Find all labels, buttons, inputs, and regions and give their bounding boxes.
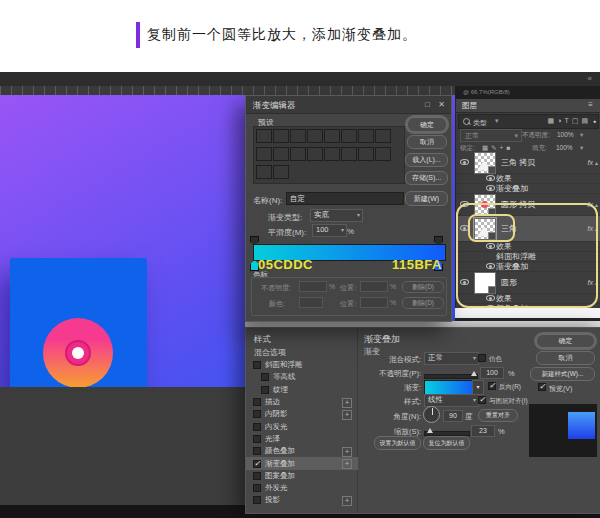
lock-toggle-icon[interactable]: + [500, 144, 504, 152]
gradient-name-input[interactable]: 自定 [286, 192, 404, 205]
fill-value[interactable]: 100% [556, 144, 573, 151]
style-item[interactable]: ✓ 外发光 + [246, 482, 358, 494]
style-checkbox[interactable]: ✓ [253, 496, 261, 504]
layer-fx-badge[interactable]: fx▴ [588, 272, 598, 293]
gradient-preset-swatch[interactable] [273, 165, 289, 179]
gradient-preset-swatch[interactable] [273, 129, 289, 143]
visibility-eye-icon[interactable] [486, 263, 496, 270]
gradient-preset-swatch[interactable] [375, 129, 391, 143]
dither-checkbox[interactable]: ✓ [478, 354, 486, 362]
stop-color-swatch[interactable] [299, 297, 323, 308]
style-checkbox[interactable]: ✓ [253, 398, 261, 406]
gradient-preset-swatch[interactable] [324, 147, 340, 161]
layer-row[interactable]: 圆形 fx▴ [456, 272, 600, 294]
visibility-eye-icon[interactable] [486, 175, 496, 182]
gradient-preset-swatch[interactable] [307, 129, 323, 143]
chevron-up-icon[interactable]: ▴ [595, 159, 598, 166]
layer-thumbnail[interactable] [474, 194, 496, 216]
visibility-eye-icon[interactable] [460, 225, 470, 232]
delete-stop-button[interactable]: 删除(D) [402, 281, 444, 293]
chevron-up-icon[interactable]: ▴ [595, 201, 598, 208]
load-button[interactable]: 载入(L)... [405, 153, 448, 167]
align-checkbox[interactable]: ✓ [478, 396, 486, 404]
layer-fx-badge[interactable]: fx▴ [588, 216, 598, 241]
scale-value[interactable]: 23 [471, 425, 495, 437]
delete-stop-button[interactable]: 删除(D) [402, 297, 444, 309]
layer-row[interactable]: 渐变叠加 fx▴ [456, 184, 600, 194]
opacity-value[interactable]: 100% [557, 131, 574, 138]
filter-kind-icon[interactable]: ▢ [572, 117, 579, 125]
reset-align-button[interactable]: 重置对齐 [478, 409, 518, 422]
close-icon[interactable]: ✕ [435, 99, 448, 110]
ok-button[interactable]: 确定 [536, 334, 595, 348]
style-checkbox[interactable]: ✓ [253, 472, 261, 480]
maximize-icon[interactable]: □ [421, 99, 434, 110]
style-checkbox[interactable]: ✓ [253, 447, 261, 455]
blend-mode-select[interactable]: 正常▾ [460, 129, 522, 142]
gradient-preset-swatch[interactable] [341, 129, 357, 143]
reset-default-button[interactable]: 复位为默认值 [423, 436, 470, 450]
add-effect-icon[interactable]: + [342, 447, 352, 457]
stop-position-input[interactable] [360, 297, 388, 308]
filter-kind-icon[interactable]: T [564, 117, 568, 125]
new-style-button[interactable]: 新建样式(W)... [530, 367, 595, 381]
gradient-picker-caret[interactable]: ▾ [472, 380, 484, 395]
visibility-eye-icon[interactable] [486, 243, 496, 250]
layer-fx-badge[interactable]: fx▴ [588, 152, 598, 173]
dock-collapse-icon[interactable]: « [588, 74, 592, 83]
gradient-preset-swatch[interactable] [358, 147, 374, 161]
gradient-preset-swatch[interactable] [375, 147, 391, 161]
chevron-up-icon[interactable]: ▴ [595, 225, 598, 232]
chevron-down-icon[interactable]: ▾ [495, 117, 499, 125]
set-default-button[interactable]: 设置为默认值 [374, 436, 421, 450]
filter-kind-icon[interactable]: ▦ [548, 117, 555, 125]
slider-thumb[interactable] [471, 371, 477, 376]
layer-row[interactable]: 三角 fx▴ [456, 216, 600, 242]
tab-layers[interactable]: 图层 [462, 101, 477, 111]
style-item[interactable]: ✓ 等高线 + [246, 371, 358, 383]
style-checkbox[interactable]: ✓ [253, 435, 261, 443]
gradient-type-select[interactable]: 实底▾ [310, 209, 363, 222]
layer-row[interactable]: 三角 拷贝 fx▴ [456, 152, 600, 174]
layer-row[interactable]: 效果 fx▴ [456, 174, 600, 184]
angle-dial[interactable] [423, 406, 440, 423]
chevron-down-icon[interactable]: ▾ [580, 144, 583, 152]
add-effect-icon[interactable]: + [342, 496, 352, 506]
visibility-eye-icon[interactable] [486, 185, 496, 192]
visibility-eye-icon[interactable] [460, 279, 470, 286]
chevron-down-icon[interactable]: ▾ [580, 131, 583, 139]
style-item[interactable]: ✓ 渐变叠加 + [246, 457, 358, 469]
filter-type-label[interactable]: 类型 [473, 118, 487, 128]
layer-row[interactable]: 效果 fx▴ [456, 294, 600, 304]
gradient-preset-swatch[interactable] [307, 147, 323, 161]
chevron-up-icon[interactable]: ▴ [595, 279, 598, 286]
panel-menu-icon[interactable]: ≡ [588, 100, 593, 109]
style-checkbox[interactable]: ✓ [253, 361, 261, 369]
style-item[interactable]: ✓ 纹理 + [246, 384, 358, 396]
visibility-eye-icon[interactable] [460, 159, 470, 166]
gradient-preset-swatch[interactable] [290, 147, 306, 161]
style-item[interactable]: ✓ 描边 + [246, 396, 358, 408]
gradient-swatch[interactable] [424, 380, 473, 395]
gradient-preset-swatch[interactable] [358, 129, 374, 143]
style-item[interactable]: ✓ 颜色叠加 + [246, 445, 358, 457]
layer-thumbnail[interactable] [474, 152, 496, 174]
style-checkbox[interactable]: ✓ [253, 460, 261, 468]
gradient-preset-swatch[interactable] [273, 147, 289, 161]
filter-toggle-icon[interactable]: ● [593, 118, 596, 124]
layer-row[interactable]: 圆形 拷贝 fx▴ [456, 194, 600, 216]
blending-options-item[interactable]: 混合选项 [254, 347, 286, 358]
visibility-eye-icon[interactable] [486, 295, 496, 302]
add-effect-icon[interactable]: + [342, 459, 352, 469]
style-checkbox[interactable]: ✓ [253, 484, 261, 492]
layer-thumbnail[interactable] [474, 272, 496, 294]
layer-row[interactable]: 斜面和浮雕 fx▴ [456, 252, 600, 262]
gradient-preset-swatch[interactable] [324, 129, 340, 143]
style-checkbox[interactable]: ✓ [261, 373, 269, 381]
style-checkbox[interactable]: ✓ [253, 423, 261, 431]
opacity-slider[interactable] [424, 374, 478, 379]
visibility-eye-icon[interactable] [460, 201, 470, 208]
dialog-title-bar[interactable]: 渐变编辑器 □ ✕ [246, 96, 451, 114]
filter-kind-icon[interactable]: ◑ [557, 117, 561, 125]
blend-mode-select[interactable]: 正常▾ [424, 352, 479, 365]
